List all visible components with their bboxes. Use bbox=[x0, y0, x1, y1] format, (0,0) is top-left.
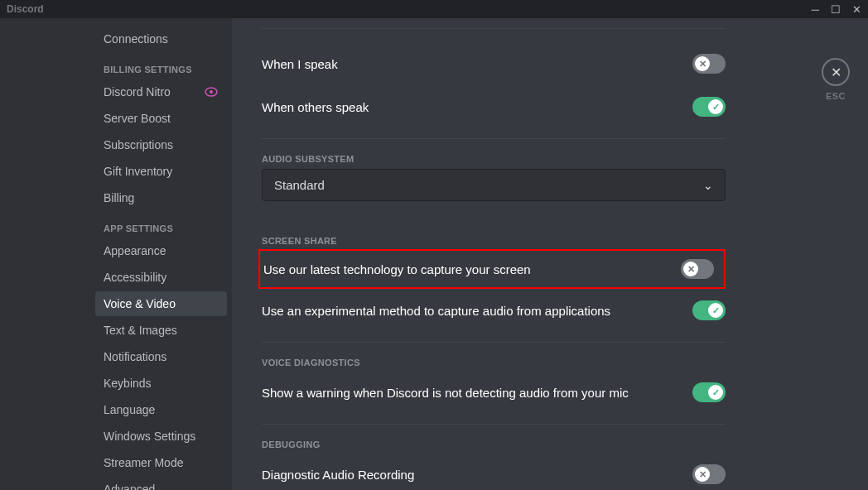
close-settings-button[interactable]: ✕ ESC bbox=[822, 58, 850, 101]
sidebar-item-keybinds[interactable]: Keybinds bbox=[95, 371, 227, 396]
sidebar-item-label: Advanced bbox=[104, 483, 155, 490]
check-icon: ✓ bbox=[712, 102, 720, 113]
x-icon: ✕ bbox=[687, 264, 695, 275]
sidebar-item-windows-settings[interactable]: Windows Settings bbox=[95, 424, 227, 449]
settings-main: When I speak ✕ When others speak ✓ AUDIO… bbox=[232, 18, 868, 490]
x-icon: ✕ bbox=[699, 469, 706, 480]
setting-label: Use an experimental method to capture au… bbox=[262, 304, 610, 318]
setting-when-i-speak: When I speak ✕ bbox=[262, 42, 726, 85]
titlebar: Discord ─ ☐ ✕ bbox=[0, 0, 868, 18]
window-controls: ─ ☐ ✕ bbox=[812, 3, 861, 16]
sidebar-item-text-images[interactable]: Text & Images bbox=[95, 318, 227, 343]
sidebar-item-label: Subscriptions bbox=[104, 138, 173, 151]
sidebar-item-label: Language bbox=[104, 403, 155, 416]
sidebar-item-billing[interactable]: Billing bbox=[95, 185, 227, 210]
sidebar-item-label: Appearance bbox=[104, 244, 166, 257]
divider bbox=[262, 138, 726, 139]
svg-point-1 bbox=[210, 90, 213, 94]
select-value: Standard bbox=[274, 178, 325, 192]
sidebar-item-streamer-mode[interactable]: Streamer Mode bbox=[95, 450, 227, 475]
setting-label: When others speak bbox=[262, 100, 369, 114]
divider bbox=[262, 28, 726, 29]
section-header-voice-diag: VOICE DIAGNOSTICS bbox=[262, 358, 726, 368]
sidebar-item-connections[interactable]: Connections bbox=[95, 26, 227, 51]
check-icon: ✓ bbox=[712, 387, 720, 398]
sidebar-item-voice-video[interactable]: Voice & Video bbox=[95, 291, 227, 316]
setting-diag-recording: Diagnostic Audio Recording ✕ bbox=[262, 453, 726, 489]
sidebar-item-label: Accessibility bbox=[104, 271, 166, 284]
minimize-button[interactable]: ─ bbox=[812, 3, 819, 16]
divider bbox=[262, 342, 726, 343]
x-icon: ✕ bbox=[699, 59, 706, 70]
sidebar-item-label: Server Boost bbox=[104, 112, 171, 125]
sidebar-item-subscriptions[interactable]: Subscriptions bbox=[95, 132, 227, 157]
sidebar-item-boost[interactable]: Server Boost bbox=[95, 106, 227, 131]
settings-sidebar: Connections BILLING SETTINGS Discord Nit… bbox=[0, 18, 232, 490]
toggle-diag-recording[interactable]: ✕ bbox=[692, 464, 726, 484]
setting-voice-warning: Show a warning when Discord is not detec… bbox=[262, 371, 726, 414]
sidebar-item-nitro[interactable]: Discord Nitro bbox=[95, 79, 227, 104]
sidebar-item-label: Text & Images bbox=[104, 324, 177, 337]
setting-latest-capture-tech: Use our latest technology to capture you… bbox=[260, 257, 714, 281]
setting-label: Use our latest technology to capture you… bbox=[260, 262, 531, 276]
close-icon: ✕ bbox=[822, 58, 850, 86]
toggle-when-others-speak[interactable]: ✓ bbox=[692, 97, 726, 117]
setting-label: Show a warning when Discord is not detec… bbox=[262, 386, 629, 400]
maximize-button[interactable]: ☐ bbox=[831, 3, 841, 16]
sidebar-item-label: Discord Nitro bbox=[104, 85, 171, 98]
divider bbox=[262, 424, 726, 425]
sidebar-item-label: Notifications bbox=[104, 350, 166, 363]
sidebar-header-app: APP SETTINGS bbox=[95, 212, 227, 238]
sidebar-item-notifications[interactable]: Notifications bbox=[95, 344, 227, 369]
sidebar-item-label: Voice & Video bbox=[104, 297, 176, 310]
setting-experimental-audio: Use an experimental method to capture au… bbox=[262, 289, 726, 332]
toggle-voice-warning[interactable]: ✓ bbox=[692, 382, 726, 402]
highlighted-setting: Use our latest technology to capture you… bbox=[258, 249, 726, 289]
sidebar-item-accessibility[interactable]: Accessibility bbox=[95, 265, 227, 290]
check-icon: ✓ bbox=[712, 305, 720, 316]
section-header-screen-share: SCREEN SHARE bbox=[262, 236, 726, 246]
toggle-when-i-speak[interactable]: ✕ bbox=[692, 54, 726, 74]
section-header-debugging: DEBUGGING bbox=[262, 440, 726, 449]
sidebar-item-advanced[interactable]: Advanced bbox=[95, 477, 227, 490]
toggle-latest-capture-tech[interactable]: ✕ bbox=[681, 259, 714, 279]
sidebar-item-appearance[interactable]: Appearance bbox=[95, 238, 227, 263]
app-body: Connections BILLING SETTINGS Discord Nit… bbox=[0, 18, 868, 490]
sidebar-item-gift-inventory[interactable]: Gift Inventory bbox=[95, 159, 227, 184]
app-title: Discord bbox=[7, 3, 44, 15]
esc-label: ESC bbox=[826, 91, 846, 101]
sidebar-item-label: Gift Inventory bbox=[104, 165, 172, 178]
sidebar-item-label: Keybinds bbox=[104, 377, 152, 390]
toggle-experimental-audio[interactable]: ✓ bbox=[692, 300, 726, 320]
chevron-down-icon: ⌄ bbox=[703, 179, 713, 192]
setting-label: When I speak bbox=[262, 57, 338, 71]
sidebar-item-label: Connections bbox=[104, 32, 168, 46]
sidebar-item-label: Windows Settings bbox=[104, 430, 195, 443]
audio-subsystem-select[interactable]: Standard ⌄ bbox=[262, 169, 726, 201]
section-header-audio-subsystem: AUDIO SUBSYSTEM bbox=[262, 154, 726, 164]
sidebar-header-billing: BILLING SETTINGS bbox=[95, 53, 227, 79]
sidebar-item-label: Streamer Mode bbox=[104, 456, 183, 469]
sidebar-item-language[interactable]: Language bbox=[95, 397, 227, 422]
sidebar-item-label: Billing bbox=[104, 191, 134, 204]
close-window-button[interactable]: ✕ bbox=[852, 3, 861, 16]
setting-label: Diagnostic Audio Recording bbox=[262, 468, 414, 482]
nitro-icon bbox=[204, 86, 219, 98]
setting-when-others-speak: When others speak ✓ bbox=[262, 85, 726, 128]
